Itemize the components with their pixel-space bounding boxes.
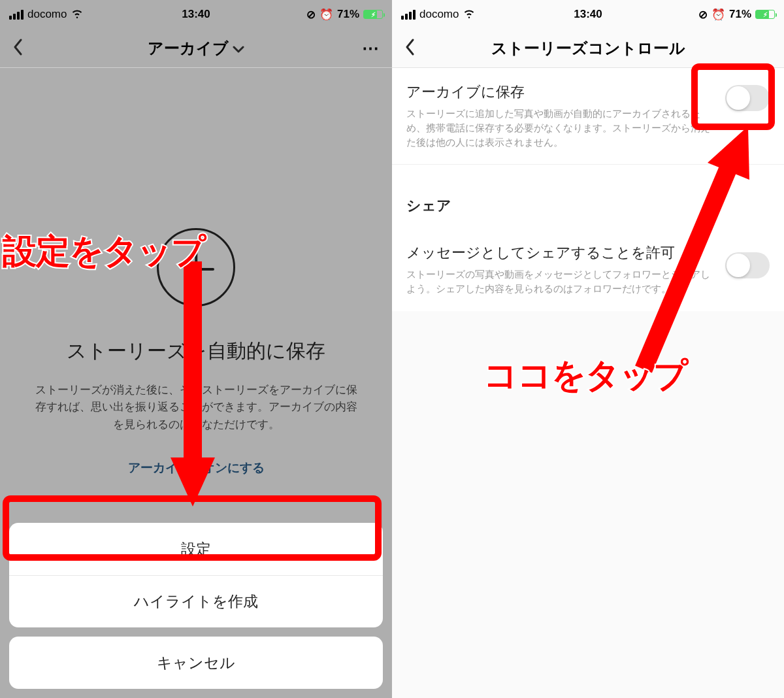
- right-screenshot: docomo 13:40 ⊘ ⏰ 71% ⚡︎ ストーリーズコントロール アーカ…: [392, 0, 784, 698]
- nav-bar: アーカイブ ⋯: [0, 29, 392, 68]
- carrier-name: docomo: [27, 8, 67, 21]
- wifi-icon: [71, 7, 84, 23]
- cell-signal-icon: [9, 10, 24, 20]
- rotation-lock-icon: ⊘: [698, 8, 708, 22]
- annotation-text-left: 設定をタップ: [3, 229, 205, 274]
- create-highlight-button[interactable]: ハイライトを作成: [9, 575, 383, 627]
- annotation-text-right: ココをタップ: [483, 353, 687, 399]
- annotation-arrow-down: [167, 255, 219, 516]
- nav-bar: ストーリーズコントロール: [392, 29, 784, 68]
- annotation-arrow-diagonal: [624, 121, 768, 382]
- chevron-down-icon: [233, 39, 244, 58]
- more-button[interactable]: ⋯: [362, 38, 380, 58]
- back-button[interactable]: [12, 38, 25, 59]
- alarm-icon: ⏰: [319, 8, 333, 22]
- alarm-icon: ⏰: [711, 8, 725, 22]
- battery-icon: ⚡︎: [755, 10, 775, 19]
- setting-title: アーカイブに保存: [406, 82, 716, 102]
- status-bar: docomo 13:40 ⊘ ⏰ 71% ⚡︎: [392, 0, 784, 29]
- back-button[interactable]: [404, 38, 417, 59]
- nav-title-text: アーカイブ: [148, 38, 229, 59]
- annotation-highlight-toggle: [691, 63, 775, 130]
- wifi-icon: [463, 7, 476, 23]
- cancel-button[interactable]: キャンセル: [9, 637, 383, 689]
- status-bar: docomo 13:40 ⊘ ⏰ 71% ⚡︎: [0, 0, 392, 29]
- cell-signal-icon: [401, 10, 416, 20]
- nav-title[interactable]: アーカイブ: [148, 38, 244, 59]
- nav-title: ストーリーズコントロール: [491, 38, 685, 59]
- left-screenshot: docomo 13:40 ⊘ ⏰ 71% ⚡︎ アーカイブ ⋯ ストーリーズを自…: [0, 0, 392, 698]
- battery-percent: 71%: [729, 8, 751, 21]
- battery-icon: ⚡︎: [363, 10, 383, 19]
- carrier-name: docomo: [419, 8, 459, 21]
- rotation-lock-icon: ⊘: [306, 8, 316, 22]
- battery-percent: 71%: [337, 8, 359, 21]
